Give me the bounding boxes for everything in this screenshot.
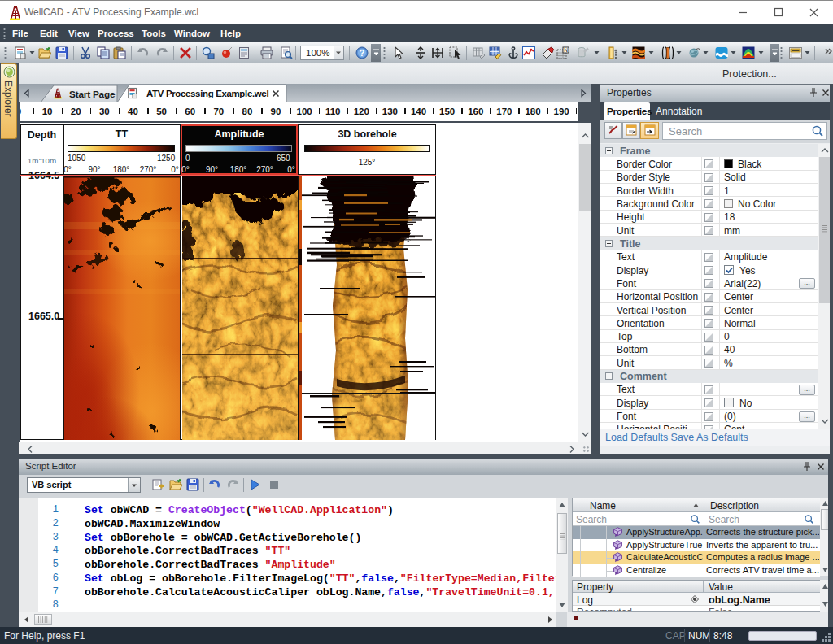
svg-text:N: N (564, 47, 568, 53)
svg-text:?: ? (360, 48, 364, 58)
